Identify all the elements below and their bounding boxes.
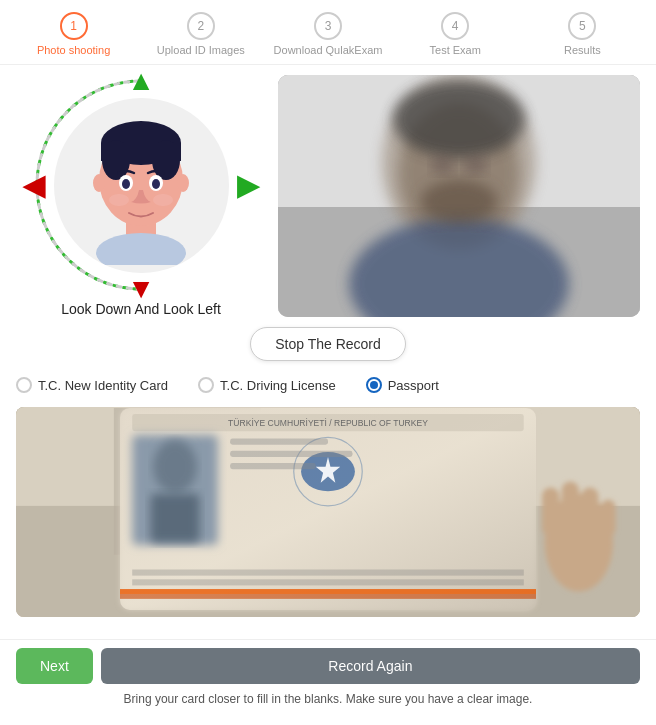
svg-rect-47 [132,570,524,576]
live-photo-svg [278,75,640,317]
step-circle-1: 1 [60,12,88,40]
svg-rect-38 [151,494,200,543]
arrow-right-icon: ▶ [237,169,259,202]
passport-bg-svg: TÜRKİYE CUMHURİYETİ / REPUBLIC OF TURKEY [16,407,640,617]
svg-rect-53 [601,500,616,537]
step-circle-2: 2 [187,12,215,40]
svg-rect-51 [562,481,579,536]
avatar-face-svg [71,105,211,265]
svg-rect-44 [230,463,316,469]
svg-rect-46 [120,589,536,594]
radio-circle-tc-id [16,377,32,393]
radio-label-tc-id: T.C. New Identity Card [38,378,168,393]
stop-button-row: Stop The Record [16,327,640,361]
svg-point-14 [152,179,160,189]
radio-passport[interactable]: Passport [366,377,439,393]
arrow-up-icon: ▲ [127,65,155,97]
svg-point-18 [153,194,173,206]
radio-circle-passport [366,377,382,393]
step-4[interactable]: 4Test Exam [392,12,519,56]
radio-label-driving: T.C. Driving License [220,378,336,393]
svg-point-26 [432,156,454,174]
svg-rect-48 [132,579,524,585]
svg-rect-50 [542,488,559,537]
step-label-4: Test Exam [430,44,481,56]
svg-rect-10 [101,143,181,161]
svg-point-28 [421,180,498,224]
step-label-2: Upload ID Images [157,44,245,56]
svg-point-13 [122,179,130,189]
step-label-1: Photo shooting [37,44,110,56]
svg-point-15 [93,174,105,192]
svg-rect-52 [581,488,598,537]
passport-image-area: TÜRKİYE CUMHURİYETİ / REPUBLIC OF TURKEY [16,407,640,617]
stop-record-button[interactable]: Stop The Record [250,327,406,361]
id-type-radio-row: T.C. New Identity Card T.C. Driving Lice… [16,371,640,399]
live-photo-placeholder [278,75,640,317]
top-section: ▲ ▼ ◀ ▶ [16,75,640,317]
svg-point-24 [393,81,525,158]
avatar-circle [54,98,229,273]
arrow-left-icon: ◀ [23,169,45,202]
avatar-wrapper: ▲ ▼ ◀ ▶ [31,75,251,295]
step-2[interactable]: 2Upload ID Images [137,12,264,56]
step-1[interactable]: 1Photo shooting [10,12,137,56]
live-photo-area [278,75,640,317]
svg-point-37 [153,440,197,494]
bottom-hint: Bring your card closer to fill in the bl… [16,692,640,706]
svg-point-17 [109,194,129,206]
arrow-down-icon: ▼ [127,273,155,305]
step-circle-3: 3 [314,12,342,40]
svg-text:TÜRKİYE CUMHURİYETİ / REPUBLIC: TÜRKİYE CUMHURİYETİ / REPUBLIC OF TURKEY [228,418,428,428]
avatar-area: ▲ ▼ ◀ ▶ [16,75,266,317]
svg-point-27 [465,156,487,174]
step-circle-4: 4 [441,12,469,40]
svg-point-5 [96,233,186,265]
passport-photo: TÜRKİYE CUMHURİYETİ / REPUBLIC OF TURKEY [16,407,640,617]
next-button[interactable]: Next [16,648,93,684]
radio-tc-id[interactable]: T.C. New Identity Card [16,377,168,393]
step-5[interactable]: 5Results [519,12,646,56]
radio-label-passport: Passport [388,378,439,393]
stepper: 1Photo shooting2Upload ID Images3Downloa… [0,0,656,65]
step-label-5: Results [564,44,601,56]
record-again-button[interactable]: Record Again [101,648,640,684]
radio-driving[interactable]: T.C. Driving License [198,377,336,393]
bottom-buttons: Next Record Again [16,648,640,684]
bottom-bar: Next Record Again Bring your card closer… [0,639,656,714]
svg-rect-43 [230,451,352,457]
main-content: ▲ ▼ ◀ ▶ [0,65,656,639]
step-3[interactable]: 3Download QulakExam [264,12,391,56]
step-label-3: Download QulakExam [274,44,383,56]
svg-point-16 [177,174,189,192]
svg-rect-42 [230,439,328,445]
radio-circle-driving [198,377,214,393]
step-circle-5: 5 [568,12,596,40]
